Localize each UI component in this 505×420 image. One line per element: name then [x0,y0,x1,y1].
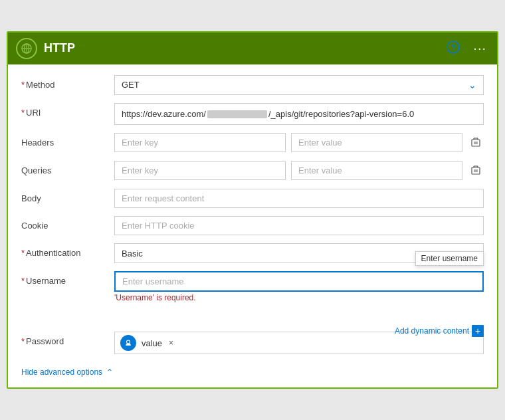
authentication-row: *Authentication Basic ⌄ [21,243,484,263]
password-token-label: value [142,338,162,348]
add-dynamic-content-link[interactable]: Add dynamic content [395,326,469,336]
headers-inputs [114,133,484,153]
password-token-icon [120,335,136,351]
headers-value-input[interactable] [291,133,462,152]
username-tooltip: Enter username [415,251,484,266]
password-token-close-button[interactable]: × [167,338,175,348]
authentication-label: *Authentication [21,243,114,258]
method-value: GET [122,80,140,90]
method-select-wrap: GET ⌄ [114,75,484,95]
uri-row: *URI https://dev.azure.com//_apis/git/re… [21,103,484,126]
add-dynamic-content-row: Add dynamic content + [395,325,484,337]
method-label: *Method [21,75,114,90]
method-chevron-icon: ⌄ [468,80,476,90]
header-actions: ? ··· [444,39,489,58]
add-dynamic-content-button[interactable]: + [472,325,484,337]
username-field-container: Enter username [114,271,484,292]
svg-point-20 [127,340,130,344]
queries-delete-button[interactable] [468,162,484,181]
body-label: Body [21,189,114,203]
hide-advanced-label: Hide advanced options [21,368,102,377]
hide-advanced-options[interactable]: Hide advanced options ⌃ [21,362,484,377]
uri-suffix: /_apis/git/repositories?api-version=6.0 [268,109,414,119]
headers-delete-button[interactable] [468,134,484,153]
body-input[interactable] [114,189,484,208]
svg-text:?: ? [451,43,456,52]
card-body: *Method GET ⌄ *URI https://dev.azure.com… [8,64,497,388]
queries-label: Queries [21,161,114,175]
card-header: HTTP ? ··· [8,33,497,64]
body-row: Body [21,189,484,208]
headers-key-value [114,133,462,152]
method-row: *Method GET ⌄ [21,75,484,95]
username-error: 'Username' is required. [114,293,484,302]
queries-value-input[interactable] [291,161,462,180]
cookie-input[interactable] [114,216,484,235]
method-select[interactable]: GET ⌄ [114,75,484,95]
uri-input[interactable]: https://dev.azure.com//_apis/git/reposit… [114,103,484,126]
headers-label: Headers [21,133,114,148]
queries-key-value [114,161,462,180]
header-left: HTTP [16,38,75,59]
cookie-label: Cookie [21,216,114,231]
authentication-value: Basic [122,249,143,259]
password-label: *Password [21,332,114,346]
chevron-up-icon: ⌃ [106,368,113,377]
username-input-wrap: Enter username 'Username' is required. A… [114,271,484,321]
uri-redacted [207,110,267,118]
uri-label: *URI [21,103,114,118]
username-label: *Username [21,271,114,286]
more-options-button[interactable]: ··· [470,39,489,57]
headers-key-input[interactable] [114,133,286,152]
headers-row: Headers [21,133,484,153]
http-icon [16,38,37,59]
username-input[interactable] [114,271,484,292]
uri-prefix: https://dev.azure.com/ [122,109,206,119]
queries-inputs [114,161,484,181]
http-action-card: HTTP ? ··· *Method GET ⌄ [7,31,498,389]
card-title: HTTP [44,41,75,55]
help-button[interactable]: ? [444,39,462,58]
cookie-row: Cookie [21,216,484,235]
username-row: *Username Enter username 'Username' is r… [21,271,484,321]
queries-row: Queries [21,161,484,181]
queries-key-input[interactable] [114,161,286,180]
